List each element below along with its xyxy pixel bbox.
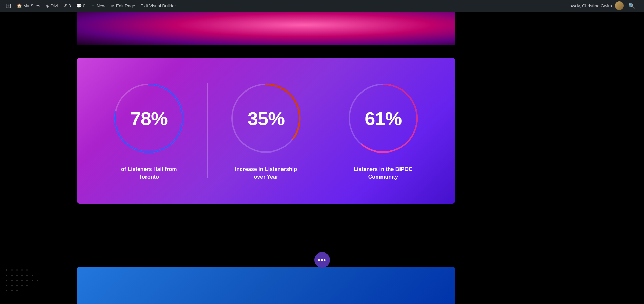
svg-point-10 (26, 269, 28, 271)
new-menu[interactable]: ＋ New (88, 0, 108, 12)
stats-section: 78% of Listeners Hail from Toronto 35% I… (77, 58, 455, 204)
svg-point-18 (11, 280, 13, 281)
three-dots-button[interactable]: ••• (314, 252, 330, 268)
svg-point-28 (26, 285, 28, 286)
stat-label-listenership: Increase in Listenership over Year (232, 166, 300, 181)
circle-listenership: 35% (229, 81, 303, 156)
wp-logo-button[interactable]: ⊞ (3, 0, 14, 12)
svg-point-16 (32, 275, 33, 276)
svg-point-6 (6, 269, 7, 271)
wp-icon: ⊞ (5, 2, 11, 10)
edit-page-label: Edit Page (116, 3, 135, 8)
svg-point-13 (16, 275, 18, 276)
stat-item-listenership: 35% Increase in Listenership over Year (208, 81, 324, 181)
left-sidebar-area (0, 12, 77, 304)
stat-label-bipoc: Listeners in the BIPOC Community (349, 166, 417, 181)
svg-point-8 (16, 269, 18, 271)
svg-point-12 (11, 275, 13, 276)
svg-point-19 (16, 280, 18, 281)
comments-icon: 💬 (76, 3, 82, 8)
my-sites-label: My Sites (23, 3, 40, 8)
bottom-blue-section (77, 267, 455, 304)
svg-point-26 (16, 285, 18, 286)
divi-menu[interactable]: ◈ Divi (43, 0, 61, 12)
stat-item-bipoc: 61% Listeners in the BIPOC Community (325, 81, 442, 181)
svg-point-30 (11, 290, 13, 291)
svg-point-29 (6, 290, 7, 291)
comments-button[interactable]: 💬 0 (74, 0, 88, 12)
my-sites-icon: 🏠 (17, 3, 22, 8)
my-sites-menu[interactable]: 🏠 My Sites (14, 0, 43, 12)
pencil-icon: ✏ (111, 3, 115, 8)
svg-point-7 (11, 269, 13, 271)
stat-value-listenership: 35% (248, 107, 285, 129)
svg-point-23 (37, 280, 38, 281)
circle-toronto: 78% (112, 81, 186, 156)
divi-icon: ◈ (46, 3, 49, 8)
svg-point-22 (32, 280, 33, 281)
svg-point-11 (6, 275, 7, 276)
new-label: New (97, 3, 105, 8)
svg-point-15 (26, 275, 28, 276)
divi-label: Divi (51, 3, 58, 8)
svg-point-24 (6, 285, 7, 286)
edit-page-button[interactable]: ✏ Edit Page (108, 0, 138, 12)
search-icon[interactable]: 🔍 (625, 3, 639, 9)
circle-bipoc: 61% (346, 81, 421, 156)
svg-point-17 (6, 280, 7, 281)
top-image-inner (77, 12, 455, 45)
svg-point-31 (16, 290, 18, 291)
page-content: 78% of Listeners Hail from Toronto 35% I… (0, 12, 644, 304)
svg-point-9 (21, 269, 23, 271)
plus-icon: ＋ (91, 3, 95, 9)
stat-value-bipoc: 61% (365, 107, 402, 129)
updates-icon: ↺ (63, 3, 67, 8)
dots-decoration (3, 267, 71, 294)
updates-count: 3 (69, 3, 71, 8)
user-greeting: Howdy, Christina Gwira (566, 3, 612, 8)
svg-point-14 (21, 275, 23, 276)
svg-point-20 (21, 280, 23, 281)
exit-vb-label: Exit Visual Builder (140, 3, 176, 8)
updates-button[interactable]: ↺ 3 (61, 0, 74, 12)
right-area (455, 12, 644, 304)
top-image (77, 12, 455, 45)
svg-point-27 (21, 285, 23, 286)
comments-count: 0 (83, 3, 85, 8)
avatar (615, 1, 624, 10)
stat-label-toronto: of Listeners Hail from Toronto (115, 166, 183, 181)
stat-value-toronto: 78% (131, 107, 168, 129)
svg-point-25 (11, 285, 13, 286)
admin-bar-right: Howdy, Christina Gwira 🔍 (566, 1, 641, 10)
exit-visual-builder-button[interactable]: Exit Visual Builder (138, 0, 179, 12)
stat-item-toronto: 78% of Listeners Hail from Toronto (91, 81, 207, 181)
three-dots-label: ••• (318, 257, 326, 263)
svg-point-21 (26, 280, 28, 281)
admin-bar: ⊞ 🏠 My Sites ◈ Divi ↺ 3 💬 0 ＋ New ✏ Edit… (0, 0, 644, 12)
